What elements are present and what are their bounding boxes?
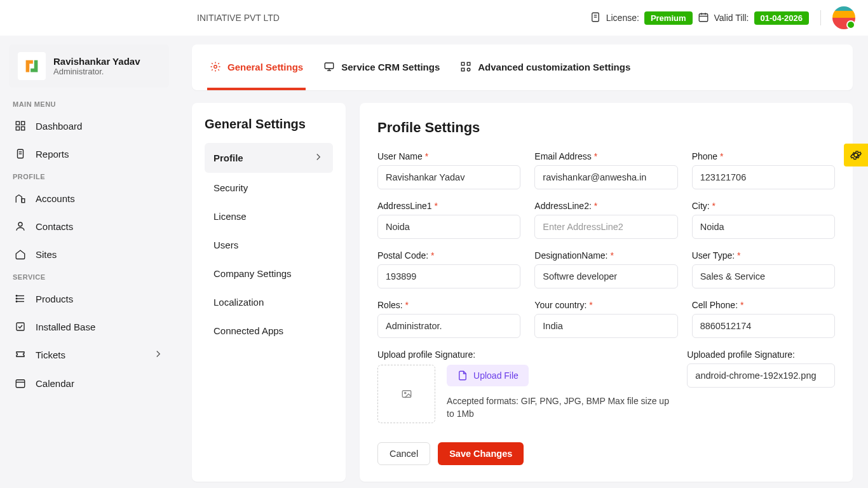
- tab-label: Service CRM Settings: [341, 62, 440, 72]
- settings-nav-profile[interactable]: Profile: [205, 143, 333, 173]
- sidebar-item-calendar[interactable]: Calendar: [9, 370, 169, 396]
- input-uploaded-signature[interactable]: [687, 363, 835, 388]
- tab-label: General Settings: [227, 62, 303, 72]
- svg-rect-31: [462, 68, 465, 71]
- input-user-type[interactable]: [692, 264, 835, 288]
- input-addr2[interactable]: [534, 215, 677, 239]
- input-city[interactable]: [692, 215, 835, 239]
- sidebar-item-label: Reports: [36, 149, 69, 159]
- avatar[interactable]: [832, 6, 855, 29]
- input-addr1[interactable]: [377, 215, 520, 239]
- sidebar-item-label: Accounts: [36, 193, 75, 204]
- svg-rect-22: [17, 323, 24, 330]
- settings-nav-label: License: [214, 211, 247, 222]
- svg-rect-7: [16, 121, 19, 125]
- input-postal[interactable]: [377, 264, 520, 288]
- field-phone: Phone *: [692, 151, 835, 189]
- main: General Settings Service CRM Settings Ad…: [183, 36, 868, 488]
- field-addr2: AddressLine2: *: [534, 201, 677, 239]
- gear-icon: [850, 149, 862, 161]
- input-email[interactable]: [534, 165, 677, 189]
- settings-nav-label: Company Settings: [214, 268, 292, 279]
- input-designation[interactable]: [534, 264, 677, 288]
- input-cell[interactable]: [692, 314, 835, 338]
- upload-dropzone[interactable]: [377, 365, 435, 423]
- field-user-name: User Name *: [377, 151, 520, 189]
- settings-nav-company[interactable]: Company Settings: [205, 260, 333, 287]
- tab-label: Advanced customization Settings: [478, 62, 630, 72]
- sidebar-item-dashboard[interactable]: Dashboard: [9, 113, 169, 139]
- sidebar: Ravishankar Yadav Administrator. MAIN ME…: [0, 36, 178, 488]
- sidebar-item-contacts[interactable]: Contacts: [9, 214, 169, 239]
- svg-point-34: [404, 392, 405, 393]
- valid-till-label: Valid Till:: [714, 13, 749, 23]
- sidebar-item-reports[interactable]: Reports: [9, 141, 169, 166]
- field-uploaded-signature: Uploaded profile Signature:: [687, 349, 835, 423]
- form-actions: Cancel Save Changes: [377, 442, 835, 465]
- settings-nav-label: Localization: [214, 297, 264, 308]
- sidebar-item-tickets[interactable]: Tickets: [9, 342, 169, 368]
- settings-nav-label: Connected Apps: [214, 325, 283, 336]
- settings-nav-users[interactable]: Users: [205, 231, 333, 259]
- user-card[interactable]: Ravishankar Yadav Administrator.: [9, 44, 169, 88]
- settings-nav-connected-apps[interactable]: Connected Apps: [205, 317, 333, 344]
- chevron-right-icon: [313, 151, 324, 165]
- gear-icon: [210, 61, 221, 72]
- svg-rect-8: [22, 121, 25, 125]
- sidebar-item-label: Products: [36, 294, 73, 304]
- tabs: General Settings Service CRM Settings Ad…: [192, 44, 853, 90]
- monitor-icon: [323, 61, 335, 72]
- svg-rect-10: [22, 127, 25, 130]
- section-profile: PROFILE: [13, 173, 165, 180]
- chevron-right-icon: [153, 348, 164, 362]
- sidebar-item-sites[interactable]: Sites: [9, 241, 169, 267]
- input-roles[interactable]: [377, 314, 520, 338]
- topbar-right: License: Premium Valid Till: 01-04-2026: [590, 6, 855, 29]
- products-icon: [14, 292, 27, 305]
- sidebar-item-label: Calendar: [36, 378, 74, 389]
- reports-icon: [14, 147, 27, 160]
- license-label: License:: [606, 13, 639, 23]
- calendar-icon: [698, 11, 709, 25]
- input-phone[interactable]: [692, 165, 835, 189]
- accounts-icon: [14, 192, 27, 205]
- user-card-name: Ravishankar Yadav: [53, 56, 140, 67]
- upload-button-label: Upload File: [473, 370, 519, 381]
- sidebar-item-accounts[interactable]: Accounts: [9, 186, 169, 211]
- tab-service-crm-settings[interactable]: Service CRM Settings: [321, 44, 442, 90]
- tab-general-settings[interactable]: General Settings: [207, 44, 306, 90]
- settings-nav-localization[interactable]: Localization: [205, 288, 333, 316]
- label-designation: DesignationName: *: [534, 250, 677, 261]
- tab-advanced-settings[interactable]: Advanced customization Settings: [458, 44, 633, 90]
- cancel-button[interactable]: Cancel: [377, 442, 430, 465]
- user-card-role: Administrator.: [53, 67, 140, 76]
- label-country: Your country: *: [534, 300, 677, 310]
- sidebar-scrollbar[interactable]: [178, 36, 183, 488]
- settings-nav-security[interactable]: Security: [205, 174, 333, 201]
- svg-point-19: [16, 295, 17, 297]
- sidebar-item-products[interactable]: Products: [9, 286, 169, 311]
- svg-rect-3: [699, 13, 708, 21]
- sidebar-item-installed-base[interactable]: Installed Base: [9, 314, 169, 339]
- label-user-name: User Name *: [377, 151, 520, 161]
- field-city: City: *: [692, 201, 835, 239]
- sites-icon: [14, 248, 27, 261]
- accepted-formats: Accepted formats: GIF, PNG, JPG, BMP Max…: [447, 395, 673, 420]
- svg-point-20: [16, 298, 17, 299]
- upload-file-button[interactable]: Upload File: [447, 365, 529, 386]
- svg-rect-30: [468, 62, 471, 65]
- installed-base-icon: [14, 320, 27, 333]
- settings-fab[interactable]: [844, 144, 868, 166]
- label-cell: Cell Phone: *: [692, 300, 835, 310]
- label-phone: Phone *: [692, 151, 835, 161]
- input-country[interactable]: [534, 314, 677, 338]
- file-icon: [457, 370, 468, 381]
- field-email: Email Address *: [534, 151, 677, 189]
- input-user-name[interactable]: [377, 165, 520, 189]
- save-button[interactable]: Save Changes: [438, 442, 524, 465]
- sidebar-item-label: Contacts: [36, 221, 73, 232]
- svg-rect-14: [22, 199, 25, 203]
- topbar: INITIATIVE PVT LTD License: Premium Vali…: [0, 0, 868, 36]
- settings-nav-license[interactable]: License: [205, 203, 333, 230]
- logo-icon: [18, 52, 46, 80]
